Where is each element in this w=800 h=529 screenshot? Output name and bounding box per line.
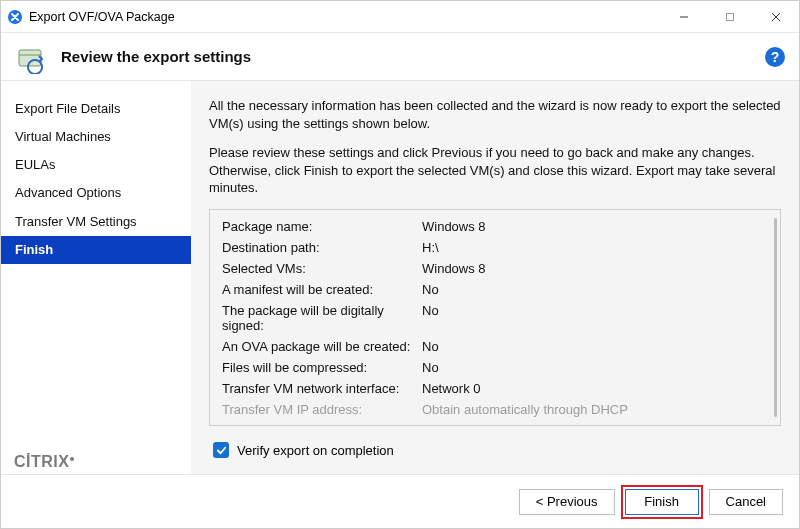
app-icon <box>7 9 23 25</box>
summary-row: Destination path:H:\ <box>222 237 768 258</box>
verify-export-label: Verify export on completion <box>237 443 394 458</box>
summary-row-label: An OVA package will be created: <box>222 339 422 354</box>
maximize-button[interactable] <box>707 1 753 32</box>
package-icon <box>15 40 49 74</box>
wizard-step-item[interactable]: Transfer VM Settings <box>1 208 191 236</box>
wizard-footer: < Previous Finish Cancel <box>1 474 799 528</box>
summary-row: Transfer VM network interface:Network 0 <box>222 378 768 399</box>
summary-row-value: No <box>422 282 439 297</box>
close-button[interactable] <box>753 1 799 32</box>
wizard-header: Review the export settings ? <box>1 33 799 81</box>
summary-row-value: Network 0 <box>422 381 481 396</box>
summary-row: Package name:Windows 8 <box>222 216 768 237</box>
summary-row: An OVA package will be created:No <box>222 336 768 357</box>
wizard-step-item[interactable]: Advanced Options <box>1 179 191 207</box>
summary-settings-box: Package name:Windows 8Destination path:H… <box>209 209 781 426</box>
summary-row-label: A manifest will be created: <box>222 282 422 297</box>
summary-row-value: No <box>422 339 439 354</box>
summary-row-label: Transfer VM network interface: <box>222 381 422 396</box>
summary-row-value: No <box>422 360 439 375</box>
summary-row-label: Destination path: <box>222 240 422 255</box>
previous-button[interactable]: < Previous <box>519 489 615 515</box>
summary-row: Files will be compressed:No <box>222 357 768 378</box>
window-controls <box>661 1 799 32</box>
wizard-step-item[interactable]: Finish <box>1 236 191 264</box>
summary-row: The package will be digitally signed:No <box>222 300 768 336</box>
wizard-body: Export File DetailsVirtual MachinesEULAs… <box>1 81 799 474</box>
scrollbar-thumb[interactable] <box>774 218 777 417</box>
help-icon[interactable]: ? <box>765 47 785 67</box>
wizard-step-sidebar: Export File DetailsVirtual MachinesEULAs… <box>1 81 191 474</box>
intro-text-1: All the necessary information has been c… <box>209 97 781 132</box>
intro-text-2: Please review these settings and click P… <box>209 144 781 197</box>
minimize-button[interactable] <box>661 1 707 32</box>
summary-row-label: Package name: <box>222 219 422 234</box>
wizard-step-item[interactable]: Export File Details <box>1 95 191 123</box>
finish-button[interactable]: Finish <box>625 489 699 515</box>
wizard-step-item[interactable]: EULAs <box>1 151 191 179</box>
summary-row: Selected VMs:Windows 8 <box>222 258 768 279</box>
titlebar: Export OVF/OVA Package <box>1 1 799 33</box>
cancel-button[interactable]: Cancel <box>709 489 783 515</box>
summary-row-value: Windows 8 <box>422 219 486 234</box>
verify-export-checkbox[interactable] <box>213 442 229 458</box>
wizard-header-title: Review the export settings <box>61 48 251 65</box>
summary-row-value: Windows 8 <box>422 261 486 276</box>
wizard-step-item[interactable]: Virtual Machines <box>1 123 191 151</box>
export-wizard-window: Export OVF/OVA Package Review the export… <box>0 0 800 529</box>
summary-row-label: Selected VMs: <box>222 261 422 276</box>
summary-row-value: No <box>422 303 439 333</box>
summary-row-label: The package will be digitally signed: <box>222 303 422 333</box>
summary-row-cutoff: Transfer VM IP address: Obtain automatic… <box>222 399 768 420</box>
summary-row-value: H:\ <box>422 240 439 255</box>
summary-row-label: Files will be compressed: <box>222 360 422 375</box>
window-title: Export OVF/OVA Package <box>29 10 661 24</box>
svg-rect-1 <box>727 13 734 20</box>
wizard-main-panel: All the necessary information has been c… <box>191 81 799 474</box>
verify-export-row: Verify export on completion <box>213 442 781 458</box>
citrix-logo: CİTRIX <box>14 453 74 471</box>
summary-row: A manifest will be created:No <box>222 279 768 300</box>
